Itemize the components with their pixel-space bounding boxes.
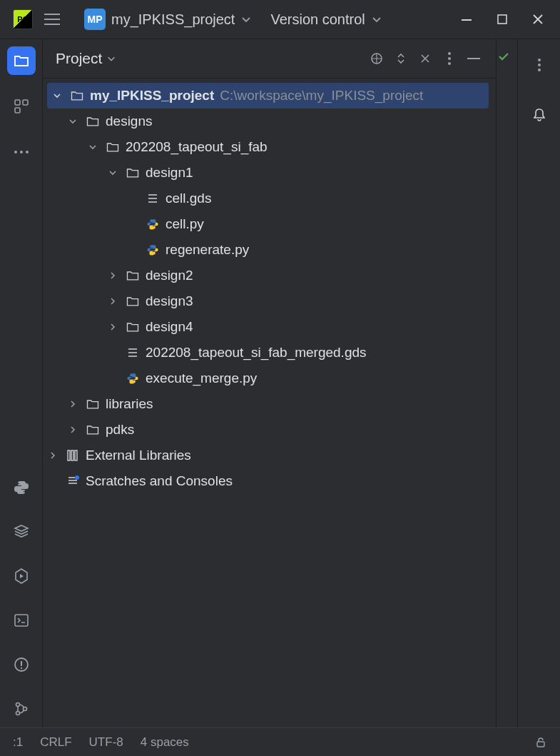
chevron-down-icon[interactable] [53,91,68,100]
panel-title[interactable]: Project [56,50,102,67]
chevron-right-icon[interactable] [68,400,84,408]
settings-icon[interactable] [437,46,462,71]
svg-point-12 [16,703,19,707]
expand-collapse-icon[interactable] [389,46,413,71]
text-file-icon [124,346,141,359]
tree-node-label: execute_merge.py [146,371,257,386]
version-control-menu[interactable]: Version control [270,11,365,28]
cursor-position[interactable]: :1 [13,735,23,750]
tree-node-label: cell.gds [166,191,211,206]
tree-folder-node[interactable]: design4 [43,314,496,340]
folder-icon [124,320,141,334]
version-control-button[interactable] [7,695,36,723]
folder-icon [68,89,86,103]
terminal-button[interactable] [7,606,36,635]
svg-point-5 [14,151,17,153]
tree-node-label: 202208_tapeout_si_fab_merged.gds [146,345,367,361]
line-separator[interactable]: CRLF [40,735,71,750]
svg-point-25 [538,64,541,66]
tree-node-label: cell.py [166,216,204,232]
tree-node-label: design2 [146,268,193,283]
folder-icon [84,423,101,437]
chevron-down-icon[interactable] [68,117,84,126]
window-maximize-button[interactable] [484,5,520,34]
chevron-down-icon[interactable] [108,168,124,177]
problems-button[interactable] [7,650,36,679]
status-bar: :1 CRLF UTF-8 4 spaces [0,727,560,756]
project-badge[interactable]: MP [84,9,106,30]
svg-rect-22 [75,450,77,460]
project-name-label[interactable]: my_IPKISS_project [111,11,235,28]
tree-folder-node[interactable]: designs [43,109,496,134]
svg-point-18 [448,62,451,65]
chevron-down-icon[interactable] [88,143,104,151]
python-file-icon [144,243,161,256]
tree-folder-node[interactable]: design2 [43,263,496,288]
chevron-down-icon[interactable] [371,14,382,25]
window-minimize-button[interactable] [449,5,484,34]
hamburger-menu-icon[interactable] [41,9,63,30]
tree-node-label: 202208_tapeout_si_fab [126,139,268,155]
tree-file-node[interactable]: · cell.py [43,211,496,237]
chevron-right-icon[interactable] [68,425,84,434]
svg-rect-10 [21,661,22,666]
python-packages-button[interactable] [7,518,36,546]
project-tool-window: Project [43,39,496,727]
select-opened-file-icon[interactable] [365,46,389,71]
tree-folder-node[interactable]: pdks [43,417,496,443]
tree-file-node[interactable]: · cell.gds [43,186,496,211]
svg-rect-20 [68,450,70,460]
chevron-right-icon[interactable] [108,271,124,280]
tree-folder-node[interactable]: 202208_tapeout_si_fab [43,134,496,160]
tree-node-label: design1 [146,165,193,181]
svg-rect-21 [71,450,73,460]
tree-external-libraries[interactable]: External Libraries [43,443,496,468]
svg-point-23 [75,475,79,480]
hide-panel-icon[interactable] [462,46,486,71]
tree-root-node[interactable]: my_IPKISS_project C:\workspace\my_IPKISS… [47,83,489,109]
tree-folder-node[interactable]: libraries [43,391,496,417]
more-tool-button[interactable] [7,138,36,166]
svg-rect-2 [15,100,20,105]
tree-file-node[interactable]: · 202208_tapeout_si_fab_merged.gds [43,340,496,366]
svg-rect-19 [467,58,480,59]
checkmark-icon[interactable] [497,49,517,64]
chevron-right-icon[interactable] [49,451,64,460]
python-file-icon [144,218,161,231]
tree-scratches[interactable]: · Scratches and Consoles [43,468,496,494]
folder-icon [124,166,141,180]
tree-file-node[interactable]: · regenerate.py [43,237,496,263]
scratches-icon [64,474,81,488]
collapse-all-icon[interactable] [413,46,437,71]
chevron-down-icon[interactable] [240,14,252,25]
indent-setting[interactable]: 4 spaces [141,735,189,750]
svg-rect-0 [462,19,472,21]
chevron-right-icon[interactable] [108,323,124,331]
project-panel-header: Project [43,39,496,79]
lock-icon[interactable] [534,736,547,749]
tree-node-label: Scratches and Consoles [86,473,233,489]
chevron-down-icon[interactable] [106,54,116,64]
services-button[interactable] [7,562,36,590]
tree-file-node[interactable]: · execute_merge.py [43,366,496,391]
svg-rect-8 [15,615,28,626]
pycharm-app-icon: PC [13,9,33,29]
python-console-button[interactable] [7,473,36,502]
project-tree: my_IPKISS_project C:\workspace\my_IPKISS… [43,79,496,727]
text-file-icon [144,192,161,205]
title-bar: PC MP my_IPKISS_project Version control [0,0,560,39]
file-encoding[interactable]: UTF-8 [89,735,123,750]
svg-rect-4 [15,108,20,113]
folder-icon [124,268,141,283]
notifications-icon[interactable] [525,101,554,129]
tree-folder-node[interactable]: design3 [43,288,496,314]
svg-point-16 [448,52,451,55]
svg-rect-27 [537,742,544,747]
structure-tool-button[interactable] [7,92,36,121]
chevron-right-icon[interactable] [108,297,124,306]
svg-point-13 [16,712,19,715]
options-menu-icon[interactable] [525,51,554,79]
tree-folder-node[interactable]: design1 [43,160,496,186]
project-tool-button[interactable] [7,46,36,75]
window-close-button[interactable] [520,5,556,34]
